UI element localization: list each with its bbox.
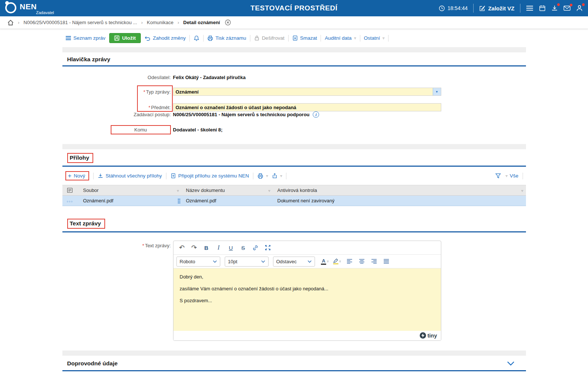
novy-button[interactable]: + Nový	[68, 173, 85, 179]
align-center-icon	[359, 259, 365, 264]
desifrovat-button[interactable]: Dešifrovat	[254, 35, 285, 41]
filter-chevron-icon[interactable]: ▿	[177, 188, 179, 192]
font-family-value: Roboto	[180, 259, 195, 264]
user-icon	[576, 5, 583, 12]
block-format-select[interactable]: Odstavec	[273, 257, 315, 267]
breadcrumb-item-current: Detail oznámení	[183, 20, 220, 25]
watch-bell-button[interactable]	[194, 35, 199, 41]
breadcrumb-item-komunikace[interactable]: Komunikace	[147, 20, 173, 25]
divider	[286, 173, 286, 179]
align-justify-button[interactable]	[381, 256, 392, 267]
text-color-button[interactable]: A ▿	[319, 256, 331, 267]
text-color-letter: A	[322, 258, 325, 263]
auditni-data-button[interactable]: Auditní data ▿	[325, 35, 356, 41]
chevron-down-icon[interactable]: ▼	[433, 88, 441, 95]
tisk-zaznamu-label: Tisk záznamu	[215, 35, 246, 41]
italic-button[interactable]: I	[213, 242, 224, 253]
print-attachments-button[interactable]: ▿	[257, 173, 268, 179]
align-right-icon	[371, 259, 377, 264]
pripojit-prilohu-button[interactable]: Připojit přílohu ze systému NEN	[170, 173, 249, 179]
highlight-color-swatch	[333, 263, 338, 264]
editor-body[interactable]: Dobrý den, zasíláme Vám oznámení o označ…	[173, 268, 441, 331]
cell-nazev: Oznámení.pdf	[182, 196, 273, 206]
breadcrumb-separator: ›	[178, 20, 179, 25]
downloads-button[interactable]	[551, 5, 558, 12]
filter-chevron-icon[interactable]: ▿	[521, 188, 523, 192]
chevron-down-icon: ▿	[506, 174, 507, 178]
align-center-button[interactable]	[356, 256, 367, 267]
divider	[388, 35, 389, 42]
typ-zpravy-label: *Typ zprávy:	[62, 89, 171, 95]
seznam-zprav-button[interactable]: Seznam zpráv	[65, 35, 105, 41]
expand-section-button[interactable]	[507, 361, 514, 366]
align-right-button[interactable]	[368, 256, 380, 267]
column-header-nazev[interactable]: Název dokumentu ▿	[182, 185, 273, 196]
smazat-button[interactable]: Smazat	[292, 35, 317, 41]
table-row[interactable]: ○○○ Oznámení.pdf Oznámení.pdf Dokument n…	[62, 196, 526, 206]
font-family-select[interactable]: Roboto	[176, 257, 220, 267]
redo-button[interactable]: ↷	[189, 242, 200, 253]
divider	[321, 35, 321, 42]
download-icon	[551, 5, 558, 12]
spacer	[62, 206, 526, 215]
chevron-down-icon	[308, 260, 312, 263]
filter-chevron-icon[interactable]: ▿	[268, 188, 270, 192]
divider	[189, 35, 190, 42]
menu-button[interactable]	[526, 5, 533, 11]
section-hlavicka-zpravy: Hlavička zprávy Odesílatel: Felix Okátý …	[62, 52, 526, 144]
column-header-antivir[interactable]: Antivirová kontrola ▿	[273, 185, 526, 196]
create-vz-button[interactable]: Založit VZ	[479, 5, 514, 12]
lock-icon	[254, 35, 260, 41]
tisk-zaznamu-button[interactable]: Tisk záznamu	[207, 35, 246, 41]
rich-text-editor[interactable]: ↶ ↷ B I U S	[173, 241, 441, 341]
tinymce-logo[interactable]: tiny	[420, 332, 437, 339]
fullscreen-button[interactable]	[262, 242, 273, 253]
komu-label: Komu	[111, 125, 171, 134]
bold-button[interactable]: B	[201, 242, 212, 253]
filter-vse-button[interactable]: ▿ Vše	[505, 173, 518, 179]
divider	[203, 35, 204, 42]
attach-document-icon	[170, 173, 176, 179]
export-attachments-button[interactable]: ▿	[272, 173, 282, 179]
section-title-doprovodne: Doprovodné údaje	[67, 360, 118, 367]
editor-paragraph: S pozdravem...	[180, 298, 435, 303]
font-size-select[interactable]: 10pt	[225, 257, 269, 267]
home-button[interactable]	[7, 20, 14, 26]
calendar-button[interactable]	[539, 5, 546, 12]
typ-zpravy-select[interactable]: Oznámení ▼	[173, 88, 441, 96]
ulozit-button[interactable]: Uložit	[109, 33, 141, 43]
ostatni-button[interactable]: Ostatní ▿	[364, 35, 385, 41]
undo-button[interactable]: ↶	[176, 242, 188, 253]
column-header-soubor[interactable]: Soubor ▿	[79, 185, 182, 196]
info-icon[interactable]	[313, 111, 319, 118]
zahodit-zmeny-button[interactable]: Zahodit změny	[144, 35, 186, 41]
app-header: NEN Zadavatel TESTOVACÍ PROSTŘEDÍ 18:54:…	[0, 0, 588, 16]
editor-toolbar-row-1: ↶ ↷ B I U S	[173, 241, 441, 255]
select-column-header[interactable]	[62, 185, 79, 196]
seznam-zprav-label: Seznam zpráv	[74, 35, 105, 41]
home-icon	[7, 20, 14, 26]
filter-button[interactable]	[495, 173, 501, 179]
drag-handle-icon[interactable]	[178, 198, 181, 203]
link-button[interactable]	[250, 242, 261, 253]
messages-button[interactable]	[563, 5, 571, 11]
row-menu-icon[interactable]: ○○○	[67, 200, 73, 203]
section-title-text-zpravy: Text zprávy	[70, 220, 101, 226]
server-time: 18:54:44	[439, 5, 468, 12]
record-toolbar: Seznam zpráv Uložit Zahodit změny Tisk z	[62, 29, 526, 47]
breadcrumb-item-vz[interactable]: N006/25/V00005181 - Nájem serverů s tech…	[23, 20, 137, 25]
nen-logo[interactable]: NEN Zadavatel	[5, 1, 54, 15]
profile-button[interactable]	[576, 5, 583, 12]
align-left-button[interactable]	[344, 256, 355, 267]
strikethrough-button[interactable]: S	[238, 242, 249, 253]
predmet-input[interactable]	[173, 103, 441, 111]
section-prilohy: Přílohy + Nový Stáhnout všechny přílohy	[62, 149, 526, 350]
attachments-toolbar: + Nový Stáhnout všechny přílohy Připojit…	[62, 167, 526, 185]
close-tab-icon[interactable]	[225, 19, 231, 26]
section-gap	[62, 350, 526, 356]
underline-button[interactable]: U	[225, 242, 237, 253]
highlight-color-button[interactable]: ▿	[332, 256, 343, 267]
stahnout-prilohy-button[interactable]: Stáhnout všechny přílohy	[98, 173, 162, 179]
link-icon	[252, 245, 259, 251]
stahnout-prilohy-label: Stáhnout všechny přílohy	[105, 173, 162, 179]
